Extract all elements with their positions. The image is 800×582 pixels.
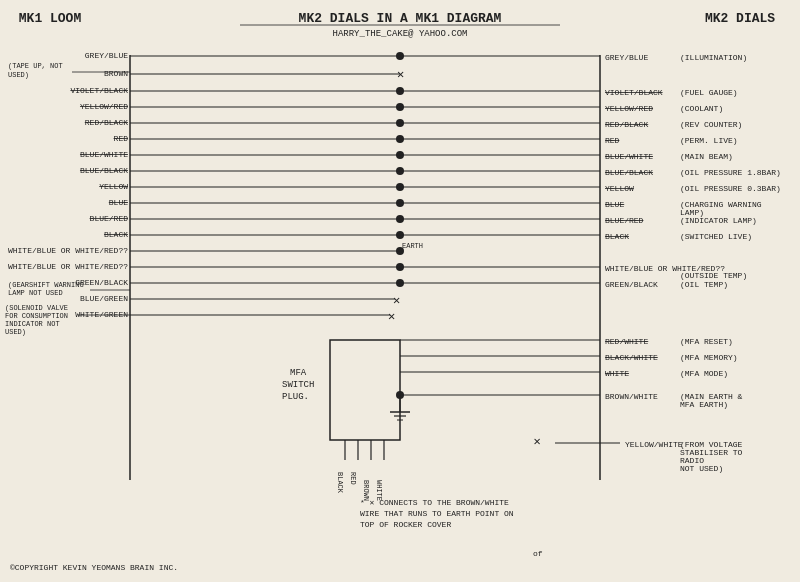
svg-text:* ✕ CONNECTS TO THE BROWN/WHIT: * ✕ CONNECTS TO THE BROWN/WHITE <box>360 498 509 507</box>
svg-text:EARTH: EARTH <box>402 242 423 250</box>
svg-text:PLUG.: PLUG. <box>282 392 309 402</box>
svg-text:BLACK: BLACK <box>605 232 629 241</box>
svg-text:(FUEL GAUGE): (FUEL GAUGE) <box>680 88 738 97</box>
svg-text:VIOLET/BLACK: VIOLET/BLACK <box>70 86 128 95</box>
svg-text:(OIL PRESSURE 0.3BAR): (OIL PRESSURE 0.3BAR) <box>680 184 781 193</box>
svg-text:✕: ✕ <box>533 435 540 449</box>
svg-text:(GEARSHIFT WARNING: (GEARSHIFT WARNING <box>8 281 84 289</box>
svg-text:(PERM. LIVE): (PERM. LIVE) <box>680 136 738 145</box>
svg-text:BLUE: BLUE <box>605 200 624 209</box>
svg-text:BLACK: BLACK <box>104 230 128 239</box>
svg-text:USED): USED) <box>5 328 26 336</box>
svg-text:VIOLET/BLACK: VIOLET/BLACK <box>605 88 663 97</box>
svg-text:RED/WHITE: RED/WHITE <box>605 337 648 346</box>
svg-text:WHITE/BLUE OR WHITE/RED??: WHITE/BLUE OR WHITE/RED?? <box>8 246 128 255</box>
svg-text:RED/BLACK: RED/BLACK <box>605 120 648 129</box>
svg-text:(SOLENOID VALVE: (SOLENOID VALVE <box>5 304 68 312</box>
svg-text:BLUE/WHITE: BLUE/WHITE <box>605 152 653 161</box>
left-header: MK1 LOOM <box>19 11 82 26</box>
svg-text:BROWN: BROWN <box>104 69 128 78</box>
svg-text:BLUE/BLACK: BLUE/BLACK <box>80 166 128 175</box>
svg-text:RED: RED <box>605 136 620 145</box>
svg-text:INDICATOR NOT: INDICATOR NOT <box>5 320 60 328</box>
svg-text:(MFA MEMORY): (MFA MEMORY) <box>680 353 738 362</box>
title: MK2 DIALS IN A MK1 DIAGRAM <box>299 11 502 26</box>
svg-text:(MFA MODE): (MFA MODE) <box>680 369 728 378</box>
right-header: MK2 DIALS <box>705 11 775 26</box>
svg-text:(REV COUNTER): (REV COUNTER) <box>680 120 742 129</box>
svg-text:WHITE/BLUE OR WHITE/RED??: WHITE/BLUE OR WHITE/RED?? <box>8 262 128 271</box>
svg-text:BLUE/BLACK: BLUE/BLACK <box>605 168 653 177</box>
svg-text:(COOLANT): (COOLANT) <box>680 104 723 113</box>
svg-text:LAMP NOT USED: LAMP NOT USED <box>8 289 63 297</box>
svg-text:WHITE: WHITE <box>605 369 629 378</box>
svg-text:✕: ✕ <box>397 68 404 82</box>
svg-text:(TAPE UP, NOT: (TAPE UP, NOT <box>8 62 63 70</box>
diagram-container: MK2 DIALS IN A MK1 DIAGRAM HARRY_THE_CAK… <box>0 0 800 582</box>
svg-text:NOT USED): NOT USED) <box>680 464 723 473</box>
svg-text:(MFA RESET): (MFA RESET) <box>680 337 733 346</box>
svg-text:YELLOW/WHITE: YELLOW/WHITE <box>625 440 683 449</box>
svg-text:GREY/BLUE: GREY/BLUE <box>85 51 128 60</box>
svg-text:TOP OF ROCKER COVER: TOP OF ROCKER COVER <box>360 520 451 529</box>
svg-text:BLUE/WHITE: BLUE/WHITE <box>80 150 128 159</box>
svg-text:(OUTSIDE TEMP): (OUTSIDE TEMP) <box>680 271 747 280</box>
svg-text:YELLOW/RED: YELLOW/RED <box>605 104 653 113</box>
svg-text:YELLOW: YELLOW <box>99 182 128 191</box>
svg-text:RED: RED <box>349 472 357 485</box>
svg-text:YELLOW: YELLOW <box>605 184 634 193</box>
svg-text:MFA EARTH): MFA EARTH) <box>680 400 728 409</box>
svg-text:YELLOW/RED: YELLOW/RED <box>80 102 128 111</box>
svg-text:BROWN/WHITE: BROWN/WHITE <box>605 392 658 401</box>
svg-text:WIRE THAT RUNS TO EARTH POINT : WIRE THAT RUNS TO EARTH POINT ON <box>360 509 514 518</box>
svg-text:(ILLUMINATION): (ILLUMINATION) <box>680 53 747 62</box>
svg-text:BLUE/RED: BLUE/RED <box>605 216 644 225</box>
svg-text:BLUE/RED: BLUE/RED <box>90 214 129 223</box>
svg-text:✕: ✕ <box>388 310 395 324</box>
svg-text:FOR CONSUMPTION: FOR CONSUMPTION <box>5 312 68 320</box>
svg-text:RED/BLACK: RED/BLACK <box>85 118 128 127</box>
svg-text:(OIL PRESSURE 1.8BAR): (OIL PRESSURE 1.8BAR) <box>680 168 781 177</box>
svg-text:BLACK/WHITE: BLACK/WHITE <box>605 353 658 362</box>
subtitle: HARRY_THE_CAKE@ YAHOO.COM <box>332 29 467 39</box>
svg-text:GREEN/BLACK: GREEN/BLACK <box>605 280 658 289</box>
svg-text:GREY/BLUE: GREY/BLUE <box>605 53 648 62</box>
svg-text:✕: ✕ <box>393 294 400 308</box>
svg-text:BLUE/GREEN: BLUE/GREEN <box>80 294 128 303</box>
svg-text:(MAIN BEAM): (MAIN BEAM) <box>680 152 733 161</box>
copyright: ©COPYRIGHT KEVIN YEOMANS BRAIN INC. <box>10 563 178 572</box>
of-text: of <box>533 549 543 558</box>
svg-text:USED): USED) <box>8 71 29 79</box>
svg-text:RED: RED <box>114 134 129 143</box>
svg-text:WHITE/GREEN: WHITE/GREEN <box>75 310 128 319</box>
svg-text:BLACK: BLACK <box>336 472 344 494</box>
svg-text:(INDICATOR LAMP): (INDICATOR LAMP) <box>680 216 757 225</box>
svg-text:BLUE: BLUE <box>109 198 128 207</box>
svg-text:(SWITCHED LIVE): (SWITCHED LIVE) <box>680 232 752 241</box>
svg-text:(OIL TEMP): (OIL TEMP) <box>680 280 728 289</box>
svg-text:SWITCH: SWITCH <box>282 380 314 390</box>
svg-text:MFA: MFA <box>290 368 307 378</box>
